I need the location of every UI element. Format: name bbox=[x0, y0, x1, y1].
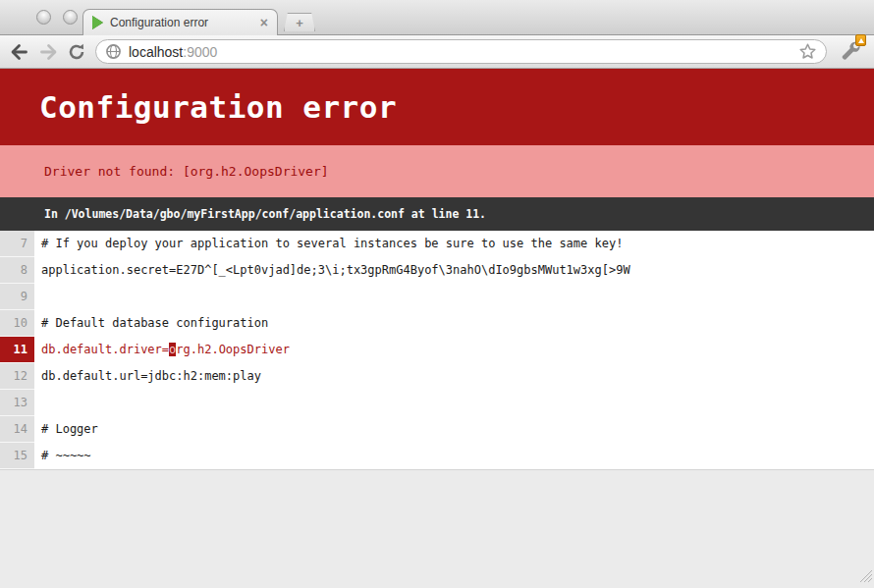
code-line-10: 10 # Default database configuration bbox=[0, 310, 874, 337]
browser-toolbar: localhost:9000 bbox=[0, 35, 874, 69]
error-message-banner: Driver not found: [org.h2.OopsDriver] bbox=[0, 145, 874, 197]
page-footer-area bbox=[0, 469, 874, 588]
update-arrow-icon bbox=[858, 38, 864, 43]
line-content: db.default.url=jdbc:h2:mem:play bbox=[34, 363, 874, 390]
line-number: 8 bbox=[0, 257, 34, 284]
window-minimize-button[interactable] bbox=[63, 10, 78, 25]
settings-menu-button[interactable] bbox=[840, 40, 864, 63]
line-number: 10 bbox=[0, 310, 34, 337]
address-bar[interactable]: localhost:9000 bbox=[95, 39, 827, 64]
line-content: # Default database configuration bbox=[34, 310, 874, 337]
code-line-7: 7 # If you deploy your application to se… bbox=[0, 231, 874, 257]
browser-window: Configuration error × + bbox=[0, 0, 874, 588]
error-location-bar: In /Volumes/Data/gbo/myFirstApp/conf/app… bbox=[0, 197, 874, 231]
line-number: 7 bbox=[0, 231, 34, 257]
reload-icon bbox=[67, 42, 86, 62]
url-port: :9000 bbox=[183, 44, 217, 60]
line-content: application.secret=E27D^[_<Lpt0vjad]de;3… bbox=[34, 257, 874, 284]
code-line-9: 9 bbox=[0, 284, 874, 310]
update-badge bbox=[855, 34, 866, 46]
code-line-12: 12 db.default.url=jdbc:h2:mem:play bbox=[0, 363, 874, 390]
new-tab-button[interactable]: + bbox=[284, 13, 315, 31]
play-favicon-icon bbox=[92, 16, 103, 29]
code-line-13: 13 bbox=[0, 390, 874, 416]
line-content bbox=[34, 284, 874, 310]
error-line-content: db.default.driver=org.h2.OopsDriver bbox=[34, 337, 874, 363]
code-line-8: 8 application.secret=E27D^[_<Lpt0vjad]de… bbox=[0, 257, 874, 284]
line-number: 9 bbox=[0, 284, 34, 310]
line-number: 14 bbox=[0, 416, 34, 443]
line-content: # Logger bbox=[34, 416, 874, 443]
back-arrow-icon bbox=[10, 43, 29, 61]
line-number: 15 bbox=[0, 443, 34, 469]
window-close-button[interactable] bbox=[36, 10, 51, 25]
code-line-15: 15 # ~~~~~ bbox=[0, 443, 874, 469]
line-number: 12 bbox=[0, 363, 34, 390]
forward-button[interactable] bbox=[38, 43, 58, 61]
forward-arrow-icon bbox=[38, 43, 58, 61]
url-host: localhost bbox=[129, 44, 183, 60]
tab-close-icon[interactable]: × bbox=[260, 16, 268, 29]
line-content: # If you deploy your application to seve… bbox=[34, 231, 874, 257]
error-page-header: Configuration error bbox=[0, 69, 874, 145]
error-line-pre: db.default.driver= bbox=[41, 343, 169, 356]
resize-grip[interactable] bbox=[859, 569, 873, 587]
code-listing: 7 # If you deploy your application to se… bbox=[0, 231, 874, 469]
error-line-post: rg.h2.OopsDriver bbox=[176, 343, 290, 356]
code-line-11-error: 11 db.default.driver=org.h2.OopsDriver bbox=[0, 337, 874, 363]
reload-button[interactable] bbox=[67, 42, 86, 62]
line-number: 13 bbox=[0, 390, 34, 416]
browser-tab[interactable]: Configuration error × bbox=[82, 9, 278, 35]
resize-grip-icon bbox=[859, 569, 873, 583]
bookmark-star-button[interactable] bbox=[798, 42, 817, 61]
star-icon bbox=[798, 42, 817, 61]
tab-title: Configuration error bbox=[110, 16, 253, 29]
tab-strip: Configuration error × + bbox=[0, 0, 874, 35]
back-button[interactable] bbox=[10, 43, 29, 61]
line-content bbox=[34, 390, 874, 416]
code-line-14: 14 # Logger bbox=[0, 416, 874, 443]
globe-icon bbox=[105, 43, 122, 60]
page-title: Configuration error bbox=[39, 89, 397, 125]
line-content: # ~~~~~ bbox=[34, 443, 874, 469]
error-line-number: 11 bbox=[0, 337, 34, 363]
